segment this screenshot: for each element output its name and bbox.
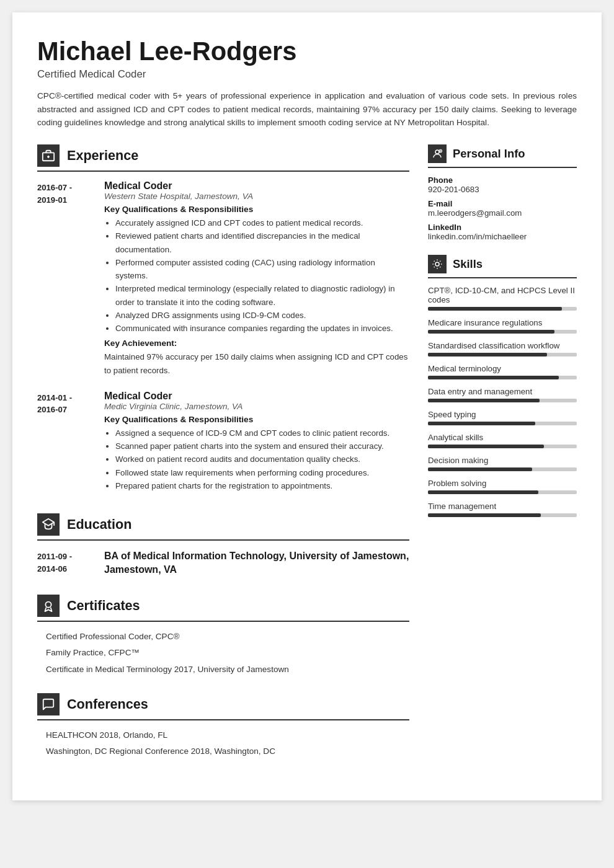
skill-item-9: Time management xyxy=(428,502,577,517)
skill-name-5: Speed typing xyxy=(428,410,577,419)
exp-company-1: Western State Hospital, Jamestown, VA xyxy=(104,192,409,201)
exp-entry-1: 2016-07 - 2019-01 Medical Coder Western … xyxy=(37,180,409,377)
certificates-list: Certified Professional Coder, CPC® Famil… xyxy=(37,631,409,676)
pi-phone-label: Phone xyxy=(428,175,577,185)
bullet-item: Accurately assigned ICD and CPT codes to… xyxy=(115,216,409,229)
skill-item-7: Decision making xyxy=(428,456,577,471)
skill-bar-bg-1 xyxy=(428,330,577,334)
skill-bar-fill-2 xyxy=(428,353,547,356)
skill-bar-bg-6 xyxy=(428,445,577,448)
experience-header: Experience xyxy=(37,144,409,172)
personal-info-title: Personal Info xyxy=(453,147,525,161)
exp-bullets-2: Assigned a sequence of ICD-9 CM and CPT … xyxy=(104,427,409,492)
skill-item-8: Problem solving xyxy=(428,479,577,494)
skill-bar-fill-0 xyxy=(428,307,562,311)
exp-subheading-2: Key Qualifications & Responsibilities xyxy=(104,415,409,424)
resume-container: Michael Lee-Rodgers Certified Medical Co… xyxy=(12,12,602,800)
pi-linkedin-label: LinkedIn xyxy=(428,223,577,232)
conferences-icon xyxy=(37,693,60,715)
candidate-summary: CPC®-certified medical coder with 5+ yea… xyxy=(37,89,577,130)
bullet-item: Performed computer assisted coding (CAC)… xyxy=(115,256,409,283)
skills-header: Skills xyxy=(428,255,577,278)
exp-content-2: Medical Coder Medic Virginia Clinic, Jam… xyxy=(104,391,409,496)
skill-bar-fill-9 xyxy=(428,513,541,517)
certificates-icon xyxy=(37,595,60,617)
exp-bullets-1: Accurately assigned ICD and CPT codes to… xyxy=(104,216,409,335)
conf-item-1: HEALTHCON 2018, Orlando, FL xyxy=(46,729,409,742)
exp-content-1: Medical Coder Western State Hospital, Ja… xyxy=(104,180,409,377)
skill-item-5: Speed typing xyxy=(428,410,577,425)
edu-content-1: BA of Medical Information Technology, Un… xyxy=(104,549,409,577)
exp-achievement-heading-1: Key Achievement: xyxy=(104,339,409,348)
skill-name-9: Time management xyxy=(428,502,577,511)
skill-bar-bg-9 xyxy=(428,513,577,517)
certificates-header: Certificates xyxy=(37,595,409,622)
candidate-title: Certified Medical Coder xyxy=(37,68,577,81)
skill-bar-fill-5 xyxy=(428,422,535,425)
cert-item-3: Certificate in Medical Terminology 2017,… xyxy=(46,663,409,676)
main-layout: Experience 2016-07 - 2019-01 Medical Cod… xyxy=(37,144,577,776)
bullet-item: Communicated with insurance companies re… xyxy=(115,322,409,335)
skill-item-6: Analytical skills xyxy=(428,433,577,448)
conferences-section: Conferences HEALTHCON 2018, Orlando, FL … xyxy=(37,693,409,758)
bullet-item: Interpreted medical terminology (especia… xyxy=(115,282,409,309)
skill-bar-fill-7 xyxy=(428,467,532,471)
right-column: Personal Info Phone 920-201-0683 E-mail … xyxy=(428,144,577,776)
skill-name-0: CPT®, ICD-10-CM, and HCPCS Level II code… xyxy=(428,286,577,304)
conf-item-2: Washington, DC Regional Conference 2018,… xyxy=(46,745,409,758)
skill-bar-fill-1 xyxy=(428,330,554,334)
conferences-list: HEALTHCON 2018, Orlando, FL Washington, … xyxy=(37,729,409,758)
bullet-item: Followed state law requirements when per… xyxy=(115,466,409,479)
bullet-item: Worked on patient record audits and docu… xyxy=(115,453,409,466)
skills-section: Skills CPT®, ICD-10-CM, and HCPCS Level … xyxy=(428,255,577,517)
exp-entry-2: 2014-01 - 2016-07 Medical Coder Medic Vi… xyxy=(37,391,409,496)
education-icon xyxy=(37,513,60,536)
personal-info-icon xyxy=(428,144,447,163)
skill-bar-bg-5 xyxy=(428,422,577,425)
svg-point-5 xyxy=(45,601,51,607)
education-header: Education xyxy=(37,513,409,541)
skills-list: CPT®, ICD-10-CM, and HCPCS Level II code… xyxy=(428,286,577,517)
skill-bar-fill-8 xyxy=(428,490,538,494)
exp-job-title-2: Medical Coder xyxy=(104,391,409,402)
conferences-header: Conferences xyxy=(37,693,409,720)
skill-bar-bg-2 xyxy=(428,353,577,356)
exp-subheading-1: Key Qualifications & Responsibilities xyxy=(104,205,409,214)
skill-bar-bg-0 xyxy=(428,307,577,311)
svg-point-6 xyxy=(435,150,439,154)
left-column: Experience 2016-07 - 2019-01 Medical Cod… xyxy=(37,144,409,776)
pi-linkedin: linkedin.com/in/michaelleer xyxy=(428,232,577,241)
pi-email-label: E-mail xyxy=(428,199,577,208)
skill-bar-bg-4 xyxy=(428,399,577,402)
edu-date-1: 2011-09 - 2014-06 xyxy=(37,549,93,577)
exp-job-title-1: Medical Coder xyxy=(104,180,409,192)
skill-bar-bg-8 xyxy=(428,490,577,494)
skills-icon xyxy=(428,255,447,273)
skill-bar-bg-7 xyxy=(428,467,577,471)
exp-date-1: 2016-07 - 2019-01 xyxy=(37,180,93,377)
bullet-item: Reviewed patient charts and identified d… xyxy=(115,229,409,256)
skill-name-7: Decision making xyxy=(428,456,577,465)
personal-info-section: Personal Info Phone 920-201-0683 E-mail … xyxy=(428,144,577,241)
exp-company-2: Medic Virginia Clinic, Jamestown, VA xyxy=(104,402,409,411)
skill-name-8: Problem solving xyxy=(428,479,577,488)
personal-info-header: Personal Info xyxy=(428,144,577,168)
candidate-name: Michael Lee-Rodgers xyxy=(37,37,577,66)
education-section: Education 2011-09 - 2014-06 BA of Medica… xyxy=(37,513,409,577)
experience-section: Experience 2016-07 - 2019-01 Medical Cod… xyxy=(37,144,409,496)
bullet-item: Assigned a sequence of ICD-9 CM and CPT … xyxy=(115,427,409,440)
bullet-item: Prepared patient charts for the registra… xyxy=(115,479,409,492)
skill-name-1: Medicare insurance regulations xyxy=(428,318,577,327)
cert-item-2: Family Practice, CFPC™ xyxy=(46,647,409,659)
exp-achievement-1: Maintained 97% accuracy per 150 daily cl… xyxy=(104,350,409,377)
conferences-title: Conferences xyxy=(67,696,148,712)
skills-title: Skills xyxy=(453,257,483,271)
skill-item-2: Standardised classification workflow xyxy=(428,341,577,356)
edu-degree-1: BA of Medical Information Technology, Un… xyxy=(104,549,409,577)
bullet-item: Scanned paper patient charts into the sy… xyxy=(115,440,409,453)
education-title: Education xyxy=(67,516,131,533)
certificates-title: Certificates xyxy=(67,598,140,614)
pi-email: m.leerodgers@gmail.com xyxy=(428,208,577,218)
skill-item-1: Medicare insurance regulations xyxy=(428,318,577,334)
skill-item-3: Medical terminology xyxy=(428,364,577,379)
